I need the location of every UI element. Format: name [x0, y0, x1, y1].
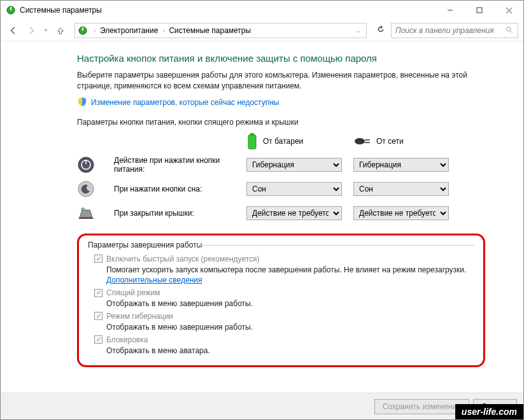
svg-rect-1: [10, 7, 11, 10]
sleep-button-battery-select[interactable]: Сон: [246, 182, 342, 196]
lid-battery-select[interactable]: Действие не требуется: [246, 206, 342, 220]
close-button[interactable]: [494, 1, 523, 20]
search-input[interactable]: Поиск в панели управления: [391, 23, 518, 38]
power-settings-grid: От батареи От сети Действие при нажатии …: [77, 133, 485, 222]
nav-bar: ▾ › Электропитание › Системные параметры…: [1, 20, 523, 41]
lid-label: При закрытии крышки:: [114, 209, 235, 218]
svg-line-9: [510, 31, 512, 32]
sleep-button-ac-select[interactable]: Сон: [353, 182, 449, 196]
crumb-1[interactable]: Электропитание: [99, 26, 159, 35]
hibernate-item: ✓Режим гибернации Отображать в меню заве…: [94, 312, 474, 333]
svg-rect-7: [82, 27, 83, 31]
plug-icon: [353, 136, 371, 146]
svg-point-12: [355, 138, 365, 144]
window-title: Системные параметры: [20, 6, 435, 15]
svg-point-15: [78, 157, 94, 172]
battery-icon: [246, 133, 258, 150]
sleep-button-icon: [77, 180, 95, 198]
maximize-button[interactable]: [465, 1, 494, 20]
crumb-2[interactable]: Системные параметры: [167, 26, 252, 35]
power-button-label: Действие при нажатии кнопки питания:: [114, 156, 235, 174]
footer-bar: Сохранить изменения Отмена: [1, 393, 523, 419]
svg-rect-3: [477, 8, 482, 13]
column-ac: От сети: [353, 136, 449, 146]
hibernate-checkbox: ✓: [94, 312, 103, 320]
svg-point-8: [507, 27, 511, 32]
lock-item: ✓Блокировка Отображать в меню аватара.: [94, 335, 474, 356]
app-icon: [6, 5, 16, 15]
breadcrumb-icon: [78, 25, 88, 36]
chevron-right-icon: ›: [159, 27, 167, 34]
sleep-mode-item: ✓Спящий режим Отображать в меню завершен…: [94, 288, 474, 309]
change-unavailable-link[interactable]: Изменение параметров, которые сейчас нед…: [91, 98, 280, 107]
shutdown-legend: Параметры завершения работы: [88, 241, 474, 249]
search-placeholder: Поиск в панели управления: [395, 26, 506, 35]
up-button[interactable]: [53, 23, 68, 38]
minimize-button[interactable]: [435, 1, 465, 20]
fast-startup-checkbox: ✓: [94, 255, 103, 263]
watermark: user-life.com: [455, 404, 523, 419]
fast-startup-more-link[interactable]: Дополнительные сведения: [106, 276, 202, 284]
power-button-icon: [77, 156, 95, 174]
titlebar: Системные параметры: [1, 1, 523, 20]
content-area: Настройка кнопок питания и включение защ…: [1, 41, 523, 367]
svg-rect-11: [248, 135, 256, 149]
shield-icon: [77, 97, 87, 109]
breadcrumb[interactable]: › Электропитание › Системные параметры ⌄: [74, 23, 367, 38]
window-controls: [435, 1, 523, 20]
fast-startup-item: ✓Включить быстрый запуск (рекомендуется)…: [94, 255, 474, 286]
chevron-right-icon: ›: [90, 27, 99, 34]
uac-link-row: Изменение параметров, которые сейчас нед…: [77, 97, 485, 109]
section-label: Параметры кнопки питания, кнопки спящего…: [77, 118, 485, 127]
chevron-down-icon[interactable]: ⌄: [353, 27, 364, 34]
lid-ac-select[interactable]: Действие не требуется: [353, 206, 449, 220]
forward-button[interactable]: [24, 23, 39, 38]
power-button-ac-select[interactable]: Гибернация: [353, 158, 449, 172]
sleep-checkbox: ✓: [94, 289, 103, 297]
lid-icon: [77, 204, 95, 222]
page-description: Выберите параметры завершения работы для…: [77, 70, 485, 92]
power-button-battery-select[interactable]: Гибернация: [246, 158, 342, 172]
search-icon: [506, 26, 514, 34]
shutdown-settings-group: Параметры завершения работы ✓Включить бы…: [77, 234, 485, 367]
history-dropdown[interactable]: ▾: [41, 27, 50, 33]
lock-checkbox: ✓: [94, 335, 103, 344]
page-heading: Настройка кнопок питания и включение защ…: [77, 53, 485, 64]
sleep-button-label: При нажатии кнопки сна:: [114, 185, 235, 193]
refresh-button[interactable]: [373, 25, 388, 36]
column-battery: От батареи: [246, 133, 342, 150]
back-button[interactable]: [6, 23, 21, 38]
